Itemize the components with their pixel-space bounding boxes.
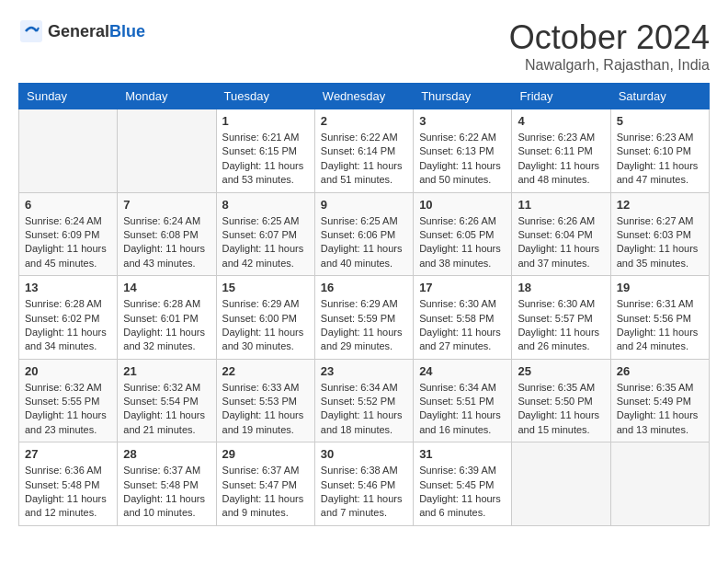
day-number: 28 xyxy=(123,447,210,461)
daylight-label: Daylight: 11 hours and 15 minutes. xyxy=(518,409,599,434)
week-row-2: 6 Sunrise: 6:24 AM Sunset: 6:09 PM Dayli… xyxy=(19,192,710,276)
sunset-label: Sunset: 5:52 PM xyxy=(321,396,395,407)
day-info: Sunrise: 6:31 AM Sunset: 5:56 PM Dayligh… xyxy=(617,297,703,354)
daylight-label: Daylight: 11 hours and 13 minutes. xyxy=(617,409,699,434)
location-title: Nawalgarh, Rajasthan, India xyxy=(509,57,710,74)
sunset-label: Sunset: 5:46 PM xyxy=(321,479,395,490)
calendar-table: SundayMondayTuesdayWednesdayThursdayFrid… xyxy=(18,83,710,526)
week-row-1: 1 Sunrise: 6:21 AM Sunset: 6:15 PM Dayli… xyxy=(19,109,710,193)
calendar-cell: 13 Sunrise: 6:28 AM Sunset: 6:02 PM Dayl… xyxy=(19,276,118,360)
sunrise-label: Sunrise: 6:25 AM xyxy=(222,215,300,226)
sunset-label: Sunset: 6:03 PM xyxy=(617,229,691,240)
day-info: Sunrise: 6:29 AM Sunset: 6:00 PM Dayligh… xyxy=(222,297,309,354)
sunrise-label: Sunrise: 6:28 AM xyxy=(25,298,102,309)
sunrise-label: Sunrise: 6:32 AM xyxy=(25,382,102,393)
day-number: 21 xyxy=(123,364,210,378)
calendar-cell: 3 Sunrise: 6:22 AM Sunset: 6:13 PM Dayli… xyxy=(414,109,512,193)
calendar-cell: 1 Sunrise: 6:21 AM Sunset: 6:15 PM Dayli… xyxy=(216,109,314,193)
sunrise-label: Sunrise: 6:27 AM xyxy=(617,215,694,226)
calendar-cell xyxy=(610,442,709,526)
sunset-label: Sunset: 5:47 PM xyxy=(222,479,297,490)
sunrise-label: Sunrise: 6:23 AM xyxy=(617,132,694,143)
calendar-cell: 27 Sunrise: 6:36 AM Sunset: 5:48 PM Dayl… xyxy=(19,442,118,526)
day-number: 4 xyxy=(518,114,604,128)
day-info: Sunrise: 6:25 AM Sunset: 6:06 PM Dayligh… xyxy=(321,214,407,271)
day-number: 8 xyxy=(222,198,309,212)
sunset-label: Sunset: 6:05 PM xyxy=(419,229,494,240)
calendar-cell: 10 Sunrise: 6:26 AM Sunset: 6:05 PM Dayl… xyxy=(414,192,512,276)
day-info: Sunrise: 6:35 AM Sunset: 5:50 PM Dayligh… xyxy=(518,381,604,438)
day-header-monday: Monday xyxy=(118,84,216,109)
day-number: 6 xyxy=(25,198,111,212)
day-info: Sunrise: 6:26 AM Sunset: 6:05 PM Dayligh… xyxy=(419,214,506,271)
daylight-label: Daylight: 11 hours and 47 minutes. xyxy=(617,160,699,185)
calendar-cell: 15 Sunrise: 6:29 AM Sunset: 6:00 PM Dayl… xyxy=(216,276,314,360)
day-info: Sunrise: 6:24 AM Sunset: 6:09 PM Dayligh… xyxy=(25,214,111,271)
day-info: Sunrise: 6:21 AM Sunset: 6:15 PM Dayligh… xyxy=(222,131,309,188)
day-info: Sunrise: 6:29 AM Sunset: 5:59 PM Dayligh… xyxy=(321,297,407,354)
daylight-label: Daylight: 11 hours and 16 minutes. xyxy=(419,409,501,434)
calendar-cell: 26 Sunrise: 6:35 AM Sunset: 5:49 PM Dayl… xyxy=(610,359,709,442)
day-info: Sunrise: 6:33 AM Sunset: 5:53 PM Dayligh… xyxy=(222,381,309,438)
day-info: Sunrise: 6:32 AM Sunset: 5:54 PM Dayligh… xyxy=(123,381,210,438)
daylight-label: Daylight: 11 hours and 10 minutes. xyxy=(123,493,205,518)
daylight-label: Daylight: 11 hours and 42 minutes. xyxy=(222,243,304,268)
daylight-label: Daylight: 11 hours and 21 minutes. xyxy=(123,409,205,434)
daylight-label: Daylight: 11 hours and 50 minutes. xyxy=(419,160,501,185)
daylight-label: Daylight: 11 hours and 32 minutes. xyxy=(123,327,205,351)
sunrise-label: Sunrise: 6:35 AM xyxy=(518,382,595,393)
logo-icon xyxy=(18,18,44,44)
daylight-label: Daylight: 11 hours and 40 minutes. xyxy=(321,243,403,268)
sunset-label: Sunset: 5:48 PM xyxy=(25,479,99,490)
daylight-label: Daylight: 11 hours and 19 minutes. xyxy=(222,409,304,434)
sunrise-label: Sunrise: 6:35 AM xyxy=(617,382,694,393)
calendar-cell: 11 Sunrise: 6:26 AM Sunset: 6:04 PM Dayl… xyxy=(512,192,610,276)
sunset-label: Sunset: 6:15 PM xyxy=(222,145,297,156)
calendar-cell xyxy=(19,109,118,193)
day-info: Sunrise: 6:30 AM Sunset: 5:57 PM Dayligh… xyxy=(518,297,604,354)
daylight-label: Daylight: 11 hours and 12 minutes. xyxy=(25,493,107,518)
sunrise-label: Sunrise: 6:34 AM xyxy=(321,382,398,393)
calendar-cell xyxy=(512,442,610,526)
week-row-4: 20 Sunrise: 6:32 AM Sunset: 5:55 PM Dayl… xyxy=(19,359,710,442)
sunrise-label: Sunrise: 6:36 AM xyxy=(25,465,102,476)
day-number: 29 xyxy=(222,447,309,461)
calendar-cell: 9 Sunrise: 6:25 AM Sunset: 6:06 PM Dayli… xyxy=(314,192,413,276)
sunset-label: Sunset: 6:11 PM xyxy=(518,145,592,156)
title-section: October 2024 Nawalgarh, Rajasthan, India xyxy=(509,18,710,74)
sunset-label: Sunset: 6:14 PM xyxy=(321,145,395,156)
week-row-3: 13 Sunrise: 6:28 AM Sunset: 6:02 PM Dayl… xyxy=(19,276,710,360)
day-number: 1 xyxy=(222,114,309,128)
calendar-cell: 4 Sunrise: 6:23 AM Sunset: 6:11 PM Dayli… xyxy=(512,109,610,193)
day-info: Sunrise: 6:28 AM Sunset: 6:01 PM Dayligh… xyxy=(123,297,210,354)
page-header: GeneralBlue October 2024 Nawalgarh, Raja… xyxy=(18,18,710,74)
calendar-header-row: SundayMondayTuesdayWednesdayThursdayFrid… xyxy=(19,84,710,109)
day-number: 31 xyxy=(419,447,506,461)
calendar-cell: 31 Sunrise: 6:39 AM Sunset: 5:45 PM Dayl… xyxy=(414,442,512,526)
day-number: 25 xyxy=(518,364,604,378)
day-info: Sunrise: 6:25 AM Sunset: 6:07 PM Dayligh… xyxy=(222,214,309,271)
day-info: Sunrise: 6:23 AM Sunset: 6:11 PM Dayligh… xyxy=(518,131,604,188)
daylight-label: Daylight: 11 hours and 45 minutes. xyxy=(25,243,107,268)
day-info: Sunrise: 6:32 AM Sunset: 5:55 PM Dayligh… xyxy=(25,381,111,438)
day-number: 16 xyxy=(321,281,407,294)
day-number: 17 xyxy=(419,281,506,294)
day-number: 26 xyxy=(617,364,703,378)
calendar-cell: 14 Sunrise: 6:28 AM Sunset: 6:01 PM Dayl… xyxy=(118,276,216,360)
sunrise-label: Sunrise: 6:26 AM xyxy=(419,215,496,226)
daylight-label: Daylight: 11 hours and 30 minutes. xyxy=(222,327,304,351)
sunset-label: Sunset: 5:59 PM xyxy=(321,313,395,324)
daylight-label: Daylight: 11 hours and 23 minutes. xyxy=(25,409,107,434)
svg-rect-0 xyxy=(20,20,42,42)
day-number: 24 xyxy=(419,364,506,378)
daylight-label: Daylight: 11 hours and 35 minutes. xyxy=(617,243,699,268)
sunrise-label: Sunrise: 6:21 AM xyxy=(222,132,300,143)
logo-text-blue: Blue xyxy=(109,22,145,40)
sunrise-label: Sunrise: 6:30 AM xyxy=(518,298,595,309)
sunset-label: Sunset: 5:57 PM xyxy=(518,313,592,324)
day-number: 30 xyxy=(321,447,407,461)
day-number: 18 xyxy=(518,281,604,294)
day-info: Sunrise: 6:28 AM Sunset: 6:02 PM Dayligh… xyxy=(25,297,111,354)
sunset-label: Sunset: 5:55 PM xyxy=(25,396,99,407)
calendar-cell: 22 Sunrise: 6:33 AM Sunset: 5:53 PM Dayl… xyxy=(216,359,314,442)
